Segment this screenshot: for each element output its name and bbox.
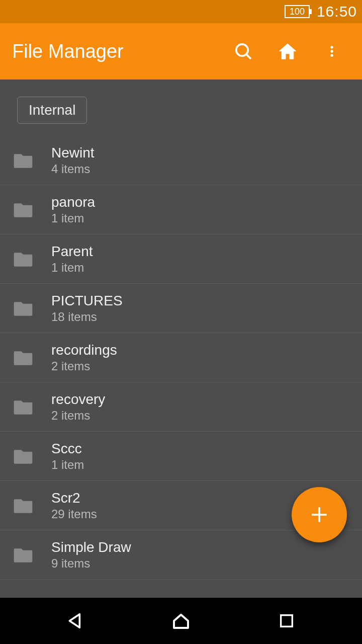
square-icon xyxy=(278,612,295,629)
folder-icon xyxy=(9,396,37,418)
list-item[interactable]: panora1 item xyxy=(0,185,362,234)
folder-name: PICTURES xyxy=(51,292,123,309)
recents-button[interactable] xyxy=(256,606,317,636)
svg-point-3 xyxy=(330,50,333,52)
search-button[interactable] xyxy=(225,33,261,69)
folder-item-count: 1 item xyxy=(51,261,93,275)
folder-icon xyxy=(9,495,37,517)
folder-name: Sccc xyxy=(51,440,84,457)
folder-icon xyxy=(9,149,37,172)
list-item[interactable]: PICTURES18 items xyxy=(0,284,362,333)
status-bar: 100 16:50 xyxy=(0,0,362,23)
breadcrumb: Internal xyxy=(17,97,362,124)
folder-icon xyxy=(9,297,37,319)
list-item[interactable]: Parent1 item xyxy=(0,234,362,284)
folder-name: Simple Draw xyxy=(51,539,131,556)
folder-name: panora xyxy=(51,194,95,211)
svg-point-4 xyxy=(330,54,333,56)
folder-item-count: 2 items xyxy=(51,359,117,373)
more-vert-icon xyxy=(325,41,339,61)
folder-item-count: 18 items xyxy=(51,310,123,324)
folder-name: Scr2 xyxy=(51,490,97,507)
content-area: Internal Newint4 itemspanora1 itemParent… xyxy=(0,79,362,598)
list-item[interactable]: recovery2 items xyxy=(0,382,362,432)
svg-point-0 xyxy=(236,44,248,56)
folder-name: Parent xyxy=(51,243,93,260)
folder-icon xyxy=(9,248,37,270)
list-item[interactable]: Newint4 items xyxy=(0,136,362,185)
battery-indicator: 100 xyxy=(285,5,310,18)
add-button[interactable] xyxy=(292,487,347,542)
folder-item-count: 4 items xyxy=(51,162,95,176)
overflow-menu-button[interactable] xyxy=(314,33,350,69)
folder-item-count: 2 items xyxy=(51,409,105,423)
list-item[interactable]: recordings2 items xyxy=(0,333,362,382)
folder-name: Newint xyxy=(51,144,95,162)
home-icon xyxy=(277,41,298,62)
app-title: File Manager xyxy=(12,41,217,62)
back-button[interactable] xyxy=(45,606,106,636)
folder-icon xyxy=(9,347,37,369)
search-icon xyxy=(233,41,253,61)
svg-point-2 xyxy=(330,46,333,48)
folder-item-count: 9 items xyxy=(51,556,131,571)
svg-rect-7 xyxy=(281,615,293,627)
list-item[interactable]: Sccc1 item xyxy=(0,432,362,481)
battery-level: 100 xyxy=(285,5,310,18)
folder-icon xyxy=(9,199,37,221)
breadcrumb-root[interactable]: Internal xyxy=(17,97,87,124)
home-outline-icon xyxy=(170,610,192,631)
folder-icon xyxy=(9,445,37,467)
back-icon xyxy=(65,611,85,631)
folder-item-count: 1 item xyxy=(51,458,84,472)
home-nav-button[interactable] xyxy=(151,606,211,636)
folder-item-count: 29 items xyxy=(51,507,97,521)
folder-icon xyxy=(9,544,37,566)
plus-icon xyxy=(308,504,330,526)
folder-name: recovery xyxy=(51,391,105,408)
folder-name: recordings xyxy=(51,342,117,359)
system-nav-bar xyxy=(0,598,362,644)
folder-item-count: 1 item xyxy=(51,211,95,225)
clock: 16:50 xyxy=(317,3,357,20)
app-bar: File Manager xyxy=(0,23,362,79)
svg-line-1 xyxy=(246,54,251,59)
home-button[interactable] xyxy=(269,33,306,69)
